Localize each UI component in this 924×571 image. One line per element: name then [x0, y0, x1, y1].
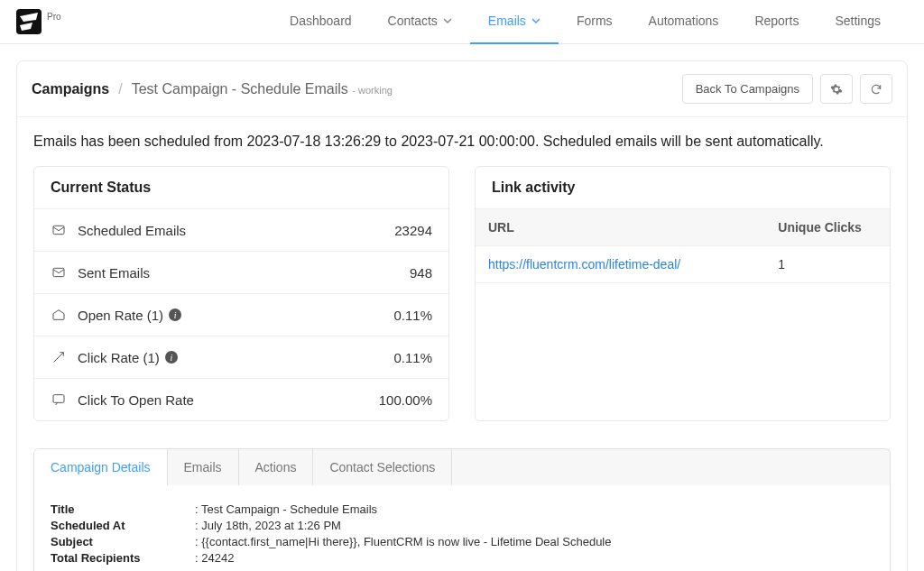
nav-emails[interactable]: Emails	[470, 0, 559, 44]
tab-campaign-details[interactable]: Campaign Details	[34, 449, 168, 485]
link-activity-title: Link activity	[476, 167, 890, 208]
stat-value: 0.11%	[393, 308, 432, 323]
stat-label: Sent Emails	[78, 265, 150, 281]
back-to-campaigns-button[interactable]: Back To Campaigns	[682, 74, 813, 104]
link-clicks: 1	[765, 246, 890, 283]
logo-wrap: Pro	[16, 9, 61, 34]
main-nav: Dashboard Contacts Emails Forms Automati…	[272, 0, 899, 44]
stat-label-text: Click Rate (1)	[78, 350, 160, 365]
stat-scheduled-emails: Scheduled Emails 23294	[34, 208, 448, 251]
chevron-down-icon	[531, 16, 541, 25]
stat-label: Open Rate (1) i	[78, 308, 181, 323]
open-icon	[51, 307, 67, 323]
detail-title: Title : Test Campaign - Schedule Emails	[51, 502, 873, 516]
tab-actions[interactable]: Actions	[239, 449, 314, 485]
detail-total-recipients: Total Recipients : 24242	[51, 551, 873, 565]
page-card: Campaigns / Test Campaign - Schedule Ema…	[16, 60, 908, 571]
nav-dashboard[interactable]: Dashboard	[272, 0, 370, 44]
envelope-icon	[51, 264, 67, 281]
refresh-icon	[870, 83, 882, 96]
nav-reports[interactable]: Reports	[736, 0, 817, 44]
current-status-card: Current Status Scheduled Emails 23294 Se…	[33, 166, 449, 421]
svg-rect-2	[53, 395, 64, 403]
breadcrumb-separator: /	[118, 81, 122, 97]
cards-row: Current Status Scheduled Emails 23294 Se…	[33, 166, 891, 421]
nav-settings-label: Settings	[835, 14, 881, 28]
chevron-down-icon	[443, 16, 452, 25]
table-row: https://fluentcrm.com/lifetime-deal/ 1	[476, 246, 890, 283]
link-url[interactable]: https://fluentcrm.com/lifetime-deal/	[488, 257, 680, 272]
detail-value: : 24242	[195, 551, 234, 565]
nav-forms[interactable]: Forms	[559, 0, 631, 44]
nav-dashboard-label: Dashboard	[290, 14, 352, 28]
stat-click-rate: Click Rate (1) i 0.11%	[34, 336, 448, 378]
stat-label: Click Rate (1) i	[78, 350, 178, 365]
nav-automations-label: Automations	[649, 14, 719, 28]
stat-value: 948	[410, 265, 432, 281]
breadcrumb-root[interactable]: Campaigns	[32, 81, 109, 97]
breadcrumb-status: - working	[352, 85, 393, 96]
detail-value: : {{contact.first_name|Hi there}}, Fluen…	[195, 535, 611, 548]
chat-icon	[51, 391, 67, 408]
col-unique-clicks: Unique Clicks	[765, 209, 890, 246]
envelope-icon	[51, 222, 67, 238]
stat-open-rate: Open Rate (1) i 0.11%	[34, 293, 448, 336]
nav-automations[interactable]: Automations	[631, 0, 737, 44]
breadcrumb: Campaigns / Test Campaign - Schedule Ema…	[32, 81, 393, 97]
stat-value: 0.11%	[393, 350, 432, 365]
settings-button[interactable]	[820, 74, 853, 104]
schedule-notice: Emails has been scheduled from 2023-07-1…	[33, 134, 891, 150]
tab-emails[interactable]: Emails	[168, 449, 239, 485]
col-url: URL	[476, 209, 765, 246]
svg-rect-1	[53, 268, 64, 276]
header-actions: Back To Campaigns	[682, 74, 892, 104]
stat-label: Scheduled Emails	[78, 223, 186, 238]
stat-label: Click To Open Rate	[78, 392, 194, 408]
stat-label-text: Open Rate (1)	[78, 308, 163, 323]
link-activity-card: Link activity URL Unique Clicks https://…	[475, 166, 891, 421]
nav-reports-label: Reports	[754, 14, 799, 28]
nav-forms-label: Forms	[577, 14, 613, 28]
gear-icon	[830, 83, 843, 96]
svg-rect-0	[53, 226, 64, 234]
breadcrumb-current: Test Campaign - Schedule Emails - workin…	[132, 81, 393, 97]
detail-value: : July 18th, 2023 at 1:26 PM	[195, 519, 341, 532]
tab-contact-selections[interactable]: Contact Selections	[313, 449, 452, 485]
nav-settings[interactable]: Settings	[817, 0, 899, 44]
details-tabs: Campaign Details Emails Actions Contact …	[33, 448, 891, 485]
info-icon[interactable]: i	[169, 309, 181, 321]
detail-key: Title	[51, 502, 195, 516]
link-activity-table: URL Unique Clicks https://fluentcrm.com/…	[476, 208, 890, 283]
detail-key: Scheduled At	[51, 519, 195, 532]
stat-sent-emails: Sent Emails 948	[34, 251, 448, 293]
breadcrumb-current-text: Test Campaign - Schedule Emails	[132, 81, 348, 97]
page-header: Campaigns / Test Campaign - Schedule Ema…	[17, 61, 907, 117]
detail-key: Total Recipients	[51, 551, 195, 565]
nav-emails-label: Emails	[488, 14, 526, 28]
page-body: Emails has been scheduled from 2023-07-1…	[17, 117, 907, 571]
pro-badge: Pro	[47, 12, 61, 22]
detail-scheduled-at: Scheduled At : July 18th, 2023 at 1:26 P…	[51, 519, 873, 532]
detail-key: Subject	[51, 535, 195, 548]
stat-value: 100.00%	[379, 392, 432, 408]
cursor-icon	[51, 349, 67, 365]
refresh-button[interactable]	[860, 74, 892, 104]
page: Campaigns / Test Campaign - Schedule Ema…	[0, 44, 924, 571]
nav-contacts[interactable]: Contacts	[370, 0, 470, 44]
detail-value: : Test Campaign - Schedule Emails	[195, 502, 377, 516]
nav-contacts-label: Contacts	[388, 14, 438, 28]
current-status-title: Current Status	[34, 167, 448, 208]
info-icon[interactable]: i	[165, 351, 178, 364]
detail-subject: Subject : {{contact.first_name|Hi there}…	[51, 535, 873, 548]
stat-click-to-open: Click To Open Rate 100.00%	[34, 378, 448, 420]
stat-value: 23294	[394, 223, 432, 238]
app-logo[interactable]	[16, 9, 42, 34]
tab-body: Title : Test Campaign - Schedule Emails …	[33, 485, 891, 571]
top-bar: Pro Dashboard Contacts Emails Forms Auto…	[0, 0, 924, 44]
